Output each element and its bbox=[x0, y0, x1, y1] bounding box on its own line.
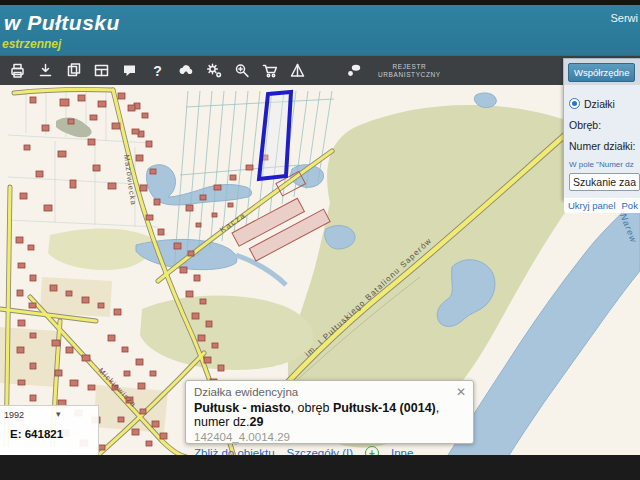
parcel-obreb: Pułtusk-14 (0014) bbox=[333, 401, 436, 415]
close-icon[interactable]: ✕ bbox=[456, 385, 466, 399]
parcel-town: Pułtusk - miasto bbox=[194, 401, 291, 415]
layout-icon[interactable] bbox=[92, 61, 111, 80]
chat-user-icon[interactable] bbox=[344, 61, 363, 80]
cloud-upload-icon[interactable] bbox=[176, 61, 195, 80]
popup-title: Działka ewidencyjna bbox=[194, 386, 465, 398]
cart-icon[interactable] bbox=[260, 61, 279, 80]
radio-dzialki[interactable] bbox=[569, 98, 580, 109]
numer-dzialki-label: Numer działki: bbox=[569, 140, 640, 152]
register-line2: URBANISTYCZNY bbox=[378, 71, 441, 78]
register-button[interactable]: REJESTR URBANISTYCZNY bbox=[378, 63, 441, 79]
header-link[interactable]: Serwi bbox=[610, 12, 638, 24]
show-link[interactable]: Pok bbox=[622, 200, 638, 211]
register-line1: REJESTR bbox=[392, 63, 426, 70]
download-icon[interactable] bbox=[36, 61, 55, 80]
map-toolbar: ? REJESTR URBANISTYCZNY bbox=[0, 55, 640, 85]
parcel-number: 29 bbox=[250, 415, 264, 429]
obreb-label: Obręb: bbox=[569, 119, 640, 131]
copy-icon[interactable] bbox=[64, 61, 83, 80]
chevron-down-icon[interactable]: ▾ bbox=[56, 409, 61, 419]
panel-tabs: Współrzędne bbox=[564, 59, 640, 85]
parcel-info-popup: Działka ewidencyjna ✕ Pułtusk - miasto, … bbox=[185, 380, 474, 444]
speech-bubble-icon[interactable] bbox=[120, 61, 139, 80]
tab-wspolrzedne[interactable]: Współrzędne bbox=[568, 63, 635, 82]
site-header: w Pułtusku estrzennej Serwi bbox=[0, 5, 640, 56]
coord-system-label: 1992 bbox=[4, 410, 24, 420]
advanced-search-button[interactable]: Szukanie zaa bbox=[569, 173, 640, 191]
panel-hint: W pole "Numer dz bbox=[569, 160, 640, 169]
panel-body: Działki Obręb: Numer działki: W pole "Nu… bbox=[564, 85, 640, 191]
radio-dzialki-label: Działki bbox=[584, 98, 615, 110]
radio-row: Działki bbox=[569, 98, 640, 110]
parcel-description: Pułtusk - miasto, obręb Pułtusk-14 (0014… bbox=[194, 401, 465, 429]
easting-value: E: 641821 bbox=[10, 428, 63, 440]
zoom-search-icon[interactable] bbox=[232, 61, 251, 80]
parcel-code: 142404_4.0014.29 bbox=[194, 431, 465, 443]
panel-links: Ukryj panelPok bbox=[564, 198, 640, 213]
palette-icon[interactable] bbox=[316, 61, 335, 80]
search-panel: Współrzędne Działki Obręb: Numer działki… bbox=[563, 58, 640, 200]
settings-gears-icon[interactable] bbox=[204, 61, 223, 80]
page-title: w Pułtusku bbox=[4, 11, 120, 35]
prism-icon[interactable] bbox=[288, 61, 307, 80]
parcel-sep1: , obręb bbox=[291, 401, 333, 415]
help-icon[interactable]: ? bbox=[148, 61, 167, 80]
print-icon[interactable] bbox=[8, 61, 27, 80]
page-subtitle: estrzennej bbox=[2, 37, 61, 51]
hide-panel-link[interactable]: Ukryj panel bbox=[568, 200, 616, 211]
windows-taskbar: LrC ☂ Deszczowe dni przed... ^ bbox=[0, 455, 640, 480]
